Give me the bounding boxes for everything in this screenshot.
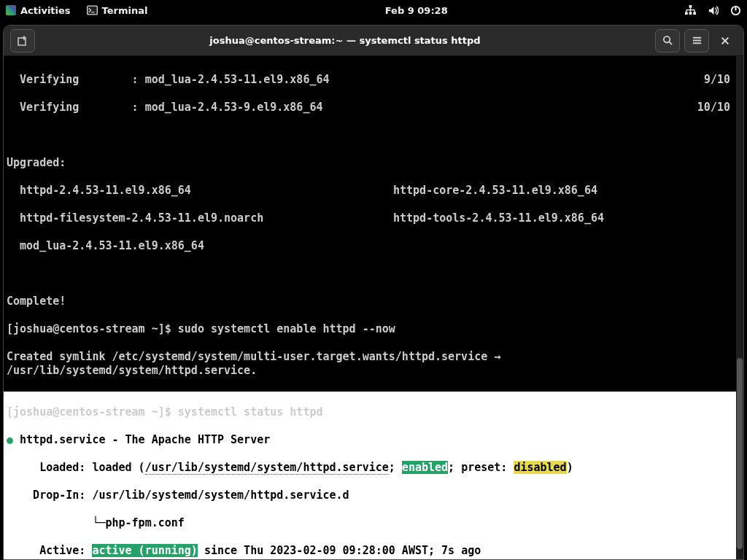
disabled-badge: disabled bbox=[514, 461, 566, 474]
clock[interactable]: Feb 9 09:28 bbox=[147, 5, 685, 16]
network-icon bbox=[685, 5, 696, 16]
titlebar: joshua@centos-stream:~ — systemctl statu… bbox=[4, 26, 743, 56]
activities-icon bbox=[6, 5, 16, 15]
term-line: Verifying : mod_lua-2.4.53-9.el9.x86_641… bbox=[7, 101, 740, 114]
svg-rect-1 bbox=[88, 7, 96, 14]
term-line: httpd-filesystem-2.4.53-11.el9.noarchhtt… bbox=[7, 211, 740, 225]
term-line: Verifying : mod_lua-2.4.53-11.el9.x86_64… bbox=[7, 73, 740, 87]
svg-rect-5 bbox=[689, 12, 692, 15]
close-icon bbox=[720, 36, 730, 46]
term-line: [joshua@centos-stream ~]$ sudo systemctl… bbox=[7, 322, 740, 336]
new-tab-button[interactable] bbox=[10, 29, 35, 52]
svg-point-16 bbox=[663, 36, 669, 42]
search-button[interactable] bbox=[655, 29, 680, 52]
window-title: joshua@centos-stream:~ — systemctl statu… bbox=[37, 35, 653, 46]
active-app[interactable]: Terminal bbox=[87, 5, 148, 16]
term-line: Complete! bbox=[7, 295, 740, 308]
active-app-label: Terminal bbox=[102, 5, 148, 16]
search-icon bbox=[662, 35, 673, 46]
term-line: Upgraded: bbox=[7, 156, 740, 170]
status-output: [joshua@centos-stream ~]$ systemctl stat… bbox=[4, 392, 743, 559]
term-line: mod_lua-2.4.53-11.el9.x86_64 bbox=[7, 239, 740, 253]
hamburger-icon bbox=[692, 35, 703, 46]
svg-rect-3 bbox=[689, 5, 692, 8]
activities-label: Activities bbox=[20, 5, 71, 16]
term-line bbox=[7, 128, 740, 142]
enabled-badge: enabled bbox=[402, 461, 448, 474]
new-tab-icon bbox=[17, 35, 28, 47]
terminal-icon bbox=[87, 5, 98, 15]
menu-button[interactable] bbox=[684, 29, 709, 52]
svg-rect-6 bbox=[693, 12, 696, 15]
scrollbar[interactable] bbox=[736, 56, 743, 559]
terminal-window: joshua@centos-stream:~ — systemctl statu… bbox=[3, 25, 744, 560]
active-badge: active (running) bbox=[92, 544, 198, 557]
term-line: httpd-2.4.53-11.el9.x86_64httpd-core-2.4… bbox=[7, 184, 740, 198]
svg-rect-4 bbox=[685, 12, 688, 15]
clock-label: Feb 9 09:28 bbox=[385, 5, 448, 16]
term-line: Created symlink /etc/systemd/system/mult… bbox=[7, 350, 740, 378]
scrollbar-thumb[interactable] bbox=[737, 358, 743, 549]
activities-button[interactable]: Activities bbox=[6, 5, 71, 16]
status-dot-icon: ● bbox=[7, 433, 13, 446]
term-line bbox=[7, 267, 740, 281]
close-button[interactable] bbox=[713, 29, 737, 52]
terminal-body[interactable]: Verifying : mod_lua-2.4.53-11.el9.x86_64… bbox=[4, 56, 743, 559]
power-icon bbox=[730, 5, 741, 16]
svg-line-17 bbox=[669, 42, 672, 44]
system-tray[interactable] bbox=[685, 5, 741, 16]
gnome-topbar: Activities Terminal Feb 9 09:28 bbox=[0, 0, 747, 20]
volume-icon bbox=[708, 5, 719, 16]
